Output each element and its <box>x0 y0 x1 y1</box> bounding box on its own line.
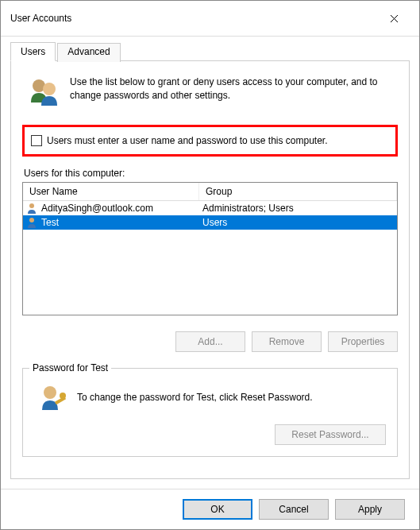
add-button[interactable]: Add... <box>175 331 245 352</box>
tab-content: Use the list below to grant or deny user… <box>10 61 410 479</box>
remove-button[interactable]: Remove <box>252 331 322 352</box>
apply-button[interactable]: Apply <box>335 499 405 520</box>
user-name-cell: Test <box>41 217 59 228</box>
svg-point-6 <box>60 393 66 399</box>
window: User Accounts Users Advanced Use the lis… <box>0 0 420 530</box>
svg-point-4 <box>44 386 56 399</box>
properties-button[interactable]: Properties <box>328 331 398 352</box>
svg-point-2 <box>29 203 34 208</box>
user-buttons-row: Add... Remove Properties <box>22 331 398 352</box>
require-login-checkbox[interactable] <box>31 135 42 146</box>
intro-row: Use the list below to grant or deny user… <box>22 75 398 107</box>
require-login-label: Users must enter a user name and passwor… <box>47 135 328 146</box>
close-icon <box>390 14 399 23</box>
titlebar: User Accounts <box>1 1 419 37</box>
close-button[interactable] <box>378 7 410 29</box>
password-row: To change the password for Test, click R… <box>34 383 386 412</box>
user-icon <box>25 202 38 215</box>
password-legend: Password for Test <box>29 362 111 373</box>
list-header: User Name Group <box>23 183 397 201</box>
user-group-cell: Administrators; Users <box>199 203 397 214</box>
column-username[interactable]: User Name <box>23 183 199 200</box>
tab-strip: Users Advanced <box>10 41 410 61</box>
column-group[interactable]: Group <box>199 183 397 200</box>
key-user-icon <box>39 383 67 412</box>
dialog-footer: OK Cancel Apply <box>1 489 419 529</box>
password-fieldset: Password for Test To change the password… <box>22 368 398 457</box>
users-list[interactable]: User Name Group AdityaSingh@outlook.com … <box>22 182 398 315</box>
reset-password-button[interactable]: Reset Password... <box>275 424 386 445</box>
user-name-cell: AdityaSingh@outlook.com <box>41 203 153 214</box>
user-group-cell: Users <box>199 217 397 228</box>
svg-point-1 <box>43 83 56 95</box>
svg-point-3 <box>29 218 34 222</box>
require-login-highlight: Users must enter a user name and passwor… <box>22 125 398 157</box>
window-title: User Accounts <box>10 13 71 24</box>
users-list-label: Users for this computer: <box>24 168 398 179</box>
table-row[interactable]: AdityaSingh@outlook.com Administrators; … <box>23 201 397 215</box>
tab-users[interactable]: Users <box>10 42 56 61</box>
tab-advanced[interactable]: Advanced <box>57 43 120 62</box>
dialog-body: Users Advanced Use the list below to gra… <box>1 37 419 489</box>
users-icon <box>29 75 60 107</box>
password-text: To change the password for Test, click R… <box>77 392 313 403</box>
intro-text: Use the list below to grant or deny user… <box>70 75 398 107</box>
ok-button[interactable]: OK <box>183 499 252 520</box>
table-row[interactable]: Test Users <box>23 215 397 230</box>
cancel-button[interactable]: Cancel <box>259 499 329 520</box>
user-icon <box>25 216 38 229</box>
